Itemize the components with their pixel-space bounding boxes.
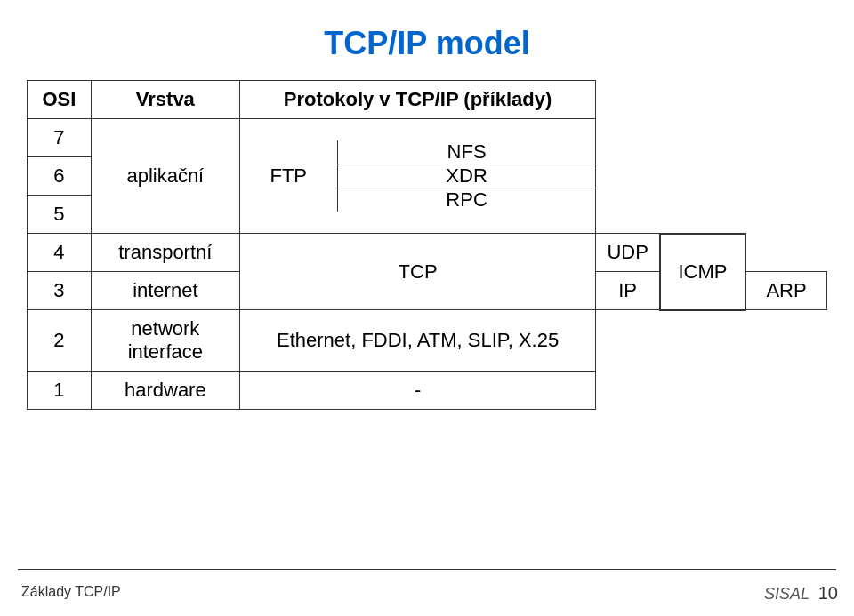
table-row: 1 hardware - xyxy=(28,372,827,410)
icmp-label: ICMP xyxy=(660,234,745,310)
rpc-label: RPC xyxy=(338,188,596,212)
osi-1: 1 xyxy=(28,372,92,410)
osi-7: 7 xyxy=(28,119,92,157)
footer-line xyxy=(18,569,836,570)
footer-page: 10 xyxy=(818,583,838,604)
table-row: 4 transportní TCPUDPICMP xyxy=(28,234,827,272)
proto-cell-765: FTP NFS XDR RPC xyxy=(239,119,596,234)
ip-label: IP xyxy=(596,272,660,310)
proto-network-interface: Ethernet, FDDI, ATM, SLIP, X.25 xyxy=(239,310,596,372)
ftp-label: FTP xyxy=(249,148,328,204)
osi-5: 5 xyxy=(28,196,92,234)
header-vrstva: Vrstva xyxy=(91,81,239,119)
tcp-label: TCP xyxy=(239,234,596,310)
proto-hardware: - xyxy=(239,372,596,410)
udp-label: UDP xyxy=(596,234,660,272)
xdr-label: XDR xyxy=(338,164,596,188)
footer-sisal: SISAL xyxy=(764,585,810,604)
vrstva-network-interface: network interface xyxy=(91,310,239,372)
main-table: OSI Vrstva Protokoly v TCP/IP (příklady)… xyxy=(27,80,827,410)
osi-3: 3 xyxy=(28,272,92,310)
arp-label: ARP xyxy=(745,272,826,310)
vrstva-internet: internet xyxy=(91,272,239,310)
osi-4: 4 xyxy=(28,234,92,272)
table-row: 7 aplikační FTP NFS XDR RPC xyxy=(28,119,827,157)
header-protokoly: Protokoly v TCP/IP (příklady) xyxy=(239,81,596,119)
osi-2: 2 xyxy=(28,310,92,372)
osi-6: 6 xyxy=(28,157,92,196)
header-osi: OSI xyxy=(28,81,92,119)
footer-left: Základy TCP/IP xyxy=(21,584,121,600)
page-title: TCP/IP model xyxy=(0,0,854,80)
nfs-label: NFS xyxy=(338,140,596,164)
vrstva-transportni: transportní xyxy=(91,234,239,272)
vrstva-aplikacni: aplikační xyxy=(91,119,239,234)
table-row: 2 network interface Ethernet, FDDI, ATM,… xyxy=(28,310,827,372)
vrstva-hardware: hardware xyxy=(91,372,239,410)
